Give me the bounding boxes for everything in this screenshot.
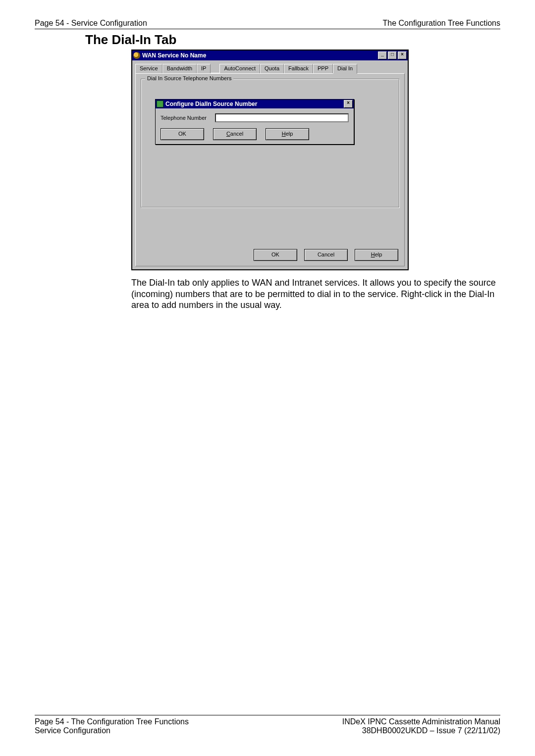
window-titlebar[interactable]: WAN Service No Name _ □ ×	[132, 50, 408, 60]
maximize-button[interactable]: □	[388, 51, 397, 59]
telephone-number-input[interactable]	[215, 113, 349, 122]
section-title: The Dial-In Tab	[85, 32, 500, 48]
tab-dialin[interactable]: Dial In	[333, 64, 357, 74]
app-icon	[133, 52, 140, 59]
configure-dialin-popup: Configure DialIn Source Number × Telepho…	[155, 99, 354, 145]
tab-row: Service Bandwidth IP AutoConnect Quota F…	[135, 63, 405, 73]
tab-ppp[interactable]: PPP	[313, 64, 333, 74]
tab-gap	[211, 63, 219, 73]
window-ok-button[interactable]: OK	[254, 249, 297, 261]
popup-close-button[interactable]: ×	[344, 100, 353, 108]
popup-icon	[157, 101, 163, 107]
window-help-button[interactable]: Help	[355, 249, 398, 261]
popup-titlebar[interactable]: Configure DialIn Source Number ×	[156, 100, 354, 108]
tab-quota[interactable]: Quota	[260, 64, 284, 74]
dialin-source-groupbox[interactable]: Dial In Source Telephone Numbers Configu…	[141, 79, 399, 207]
window-title: WAN Service No Name	[142, 52, 377, 59]
footer-left-line1: Page 54 - The Configuration Tree Functio…	[35, 717, 189, 726]
close-button[interactable]: ×	[398, 51, 407, 59]
tab-fallback[interactable]: Fallback	[284, 64, 313, 74]
window-cancel-button[interactable]: Cancel	[304, 249, 348, 261]
footer-left-line2: Service Configuration	[35, 726, 189, 735]
popup-ok-button[interactable]: OK	[160, 128, 204, 140]
header-left: Page 54 - Service Configuration	[35, 19, 147, 28]
footer-right-line1: INDeX IPNC Cassette Administration Manua…	[342, 717, 500, 726]
tab-autoconnect[interactable]: AutoConnect	[219, 64, 260, 74]
header-right: The Configuration Tree Functions	[383, 19, 500, 28]
body-paragraph: The Dial-In tab only applies to WAN and …	[131, 277, 508, 311]
popup-help-button[interactable]: Help	[266, 128, 309, 140]
groupbox-legend: Dial In Source Telephone Numbers	[145, 75, 233, 81]
tab-service[interactable]: Service	[135, 64, 162, 74]
popup-title: Configure DialIn Source Number	[165, 101, 343, 107]
popup-cancel-button[interactable]: Cancel	[213, 128, 257, 140]
tab-ip[interactable]: IP	[197, 64, 211, 74]
minimize-button[interactable]: _	[378, 51, 387, 59]
dialin-tab-pane: Dial In Source Telephone Numbers Configu…	[135, 73, 405, 266]
footer-right-line2: 38DHB0002UKDD – Issue 7 (22/11/02)	[342, 726, 500, 735]
wan-service-window: WAN Service No Name _ □ × Service Bandwi…	[131, 50, 409, 270]
telephone-number-label: Telephone Number	[160, 115, 215, 121]
tab-bandwidth[interactable]: Bandwidth	[162, 64, 197, 74]
